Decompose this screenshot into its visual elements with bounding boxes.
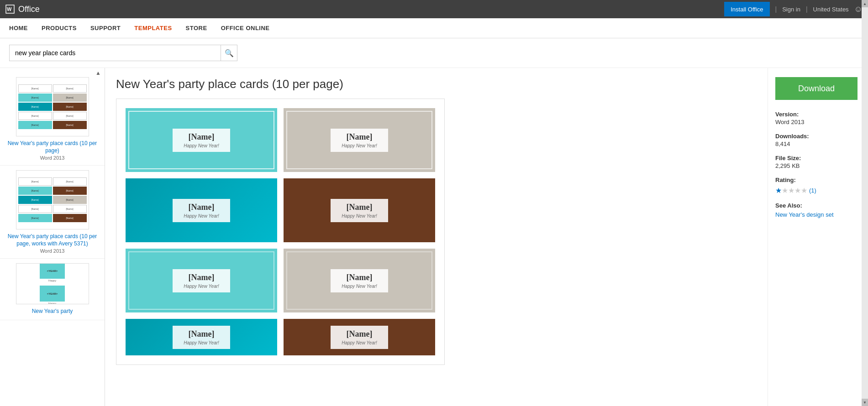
place-card-inner-8: [Name] Happy New Year! — [331, 326, 388, 349]
rating-count[interactable]: (1) — [809, 187, 816, 194]
place-card-7: [Name] Happy New Year! — [126, 319, 277, 355]
top-bar-right: Install Office | Sign in | United States… — [724, 2, 863, 16]
sidebar-thumb-2: [Name] [Name] [Name] [Name] [Name] [Name… — [16, 170, 89, 229]
see-also-link[interactable]: New Year's design set — [775, 211, 834, 218]
sidebar-item-1-title: New Year's party place cards (10 per pag… — [6, 140, 98, 154]
search-icon: 🔍 — [225, 49, 234, 57]
version-label: Version: — [775, 111, 861, 118]
place-card-6: [Name] Happy New Year! — [284, 249, 435, 312]
mini-card: [Name] — [53, 112, 87, 120]
content-area: New Year's party place cards (10 per pag… — [105, 68, 768, 406]
mini-card: [Name] — [53, 205, 87, 213]
sidebar-item-2-title: New Year's party place cards (10 per pag… — [6, 233, 98, 247]
place-card-inner-3: [Name] Happy New Year! — [173, 199, 230, 222]
place-card-inner-7: [Name] Happy New Year! — [173, 326, 230, 349]
place-card-name-2: [Name] — [342, 132, 377, 142]
place-card-8: [Name] Happy New Year! — [284, 319, 435, 355]
mini-card: [Name] — [53, 121, 87, 129]
downloads-label: Downloads: — [775, 133, 861, 140]
nav-home[interactable]: HOME — [9, 19, 28, 37]
top-bar: W Office Install Office | Sign in | Unit… — [0, 0, 868, 18]
nav-office-online[interactable]: OFFICE ONLINE — [221, 19, 270, 37]
scroll-up-arrow[interactable]: ▲ — [862, 0, 868, 7]
see-also-title: See Also: — [775, 202, 861, 209]
mini-card: [Name] — [18, 103, 52, 111]
place-card-inner-6: [Name] Happy New Year! — [331, 269, 388, 292]
nav-products[interactable]: PRODUCTS — [42, 19, 77, 37]
nav-support[interactable]: SUPPORT — [90, 19, 121, 37]
place-card-3: [Name] Happy New Year! — [126, 178, 277, 242]
filesize-label: File Size: — [775, 155, 861, 161]
sign-in-link[interactable]: Sign in — [782, 6, 800, 13]
star-2: ★ — [782, 186, 788, 195]
rating-label: Rating: — [775, 177, 861, 183]
template-grid: [Name] Happy New Year! [Name] Happy New … — [126, 108, 435, 355]
place-card-inner-4: [Name] Happy New Year! — [331, 199, 388, 222]
mini-card: [Name] — [18, 177, 52, 186]
svg-text:W: W — [7, 6, 12, 12]
place-card-subtitle-1: Happy New Year! — [184, 143, 219, 148]
place-card-subtitle-7: Happy New Year! — [184, 340, 219, 345]
right-panel: Download Version: Word 2013 Downloads: 8… — [768, 68, 868, 406]
place-card-name-1: [Name] — [184, 132, 219, 142]
sidebar-thumb-3: <YEAR> Happy <YEAR> Happy — [16, 263, 89, 304]
topbar-region-divider: | — [806, 5, 808, 13]
mini-card: [Name] — [53, 187, 87, 195]
sidebar-item-3[interactable]: <YEAR> Happy <YEAR> Happy New Year's par… — [0, 259, 105, 320]
rating-stars[interactable]: ★ ★ ★ ★ ★ (1) — [775, 186, 861, 195]
top-bar-left: W Office — [5, 5, 40, 14]
sidebar: ▲ [Name] [Name] [Name] [Name] [Name] [Na… — [0, 68, 105, 406]
scroll-down-arrow[interactable]: ▼ — [862, 399, 868, 406]
page-title: New Year's party place cards (10 per pag… — [116, 77, 757, 91]
sidebar-item-1[interactable]: [Name] [Name] [Name] [Name] [Name] [Name… — [0, 73, 105, 166]
star-3: ★ — [788, 186, 794, 195]
place-card-name-7: [Name] — [184, 329, 219, 339]
search-bar: 🔍 — [0, 38, 868, 68]
place-card-name-4: [Name] — [342, 203, 377, 212]
nav-templates[interactable]: TEMPLATES — [134, 19, 172, 37]
download-button[interactable]: Download — [775, 77, 857, 100]
place-card-name-5: [Name] — [184, 273, 219, 282]
sidebar-thumb-1: [Name] [Name] [Name] [Name] [Name] [Name… — [16, 77, 89, 136]
mini-card: [Name] — [18, 205, 52, 213]
main-layout: ▲ [Name] [Name] [Name] [Name] [Name] [Na… — [0, 68, 868, 406]
sidebar-item-2[interactable]: [Name] [Name] [Name] [Name] [Name] [Name… — [0, 166, 105, 259]
mini-card: [Name] — [53, 84, 87, 93]
search-form: 🔍 — [9, 45, 237, 61]
place-card-1: [Name] Happy New Year! — [126, 108, 277, 172]
search-input[interactable] — [10, 45, 221, 61]
place-card-inner-2: [Name] Happy New Year! — [331, 129, 388, 152]
star-5: ★ — [801, 186, 807, 195]
mini-card: [Name] — [18, 84, 52, 93]
place-card-inner-5: [Name] Happy New Year! — [173, 269, 230, 292]
scrollbar[interactable]: ▲ ▼ — [862, 0, 868, 406]
place-card-5: [Name] Happy New Year! — [126, 249, 277, 312]
version-value: Word 2013 — [775, 119, 861, 125]
mini-card: [Name] — [53, 177, 87, 186]
place-card-inner-1: [Name] Happy New Year! — [173, 129, 230, 152]
sidebar-item-2-version: Word 2013 — [6, 248, 98, 254]
star-1: ★ — [775, 186, 782, 195]
place-card-subtitle-5: Happy New Year! — [184, 284, 219, 289]
mini-card: [Name] — [18, 187, 52, 195]
mini-card: [Name] — [53, 103, 87, 111]
place-card-subtitle-3: Happy New Year! — [184, 213, 219, 219]
scroll-track — [862, 7, 868, 399]
template-preview-wrapper: [Name] Happy New Year! [Name] Happy New … — [116, 99, 445, 365]
place-card-2: [Name] Happy New Year! — [284, 108, 435, 172]
place-card-name-8: [Name] — [342, 329, 377, 339]
place-card-subtitle-2: Happy New Year! — [342, 143, 377, 148]
place-card-subtitle-6: Happy New Year! — [342, 284, 377, 289]
topbar-divider: | — [775, 5, 777, 13]
search-button[interactable]: 🔍 — [221, 45, 237, 61]
mini-card: [Name] — [53, 196, 87, 204]
sidebar-scroll-up[interactable]: ▲ — [95, 70, 101, 76]
mini-card: [Name] — [18, 112, 52, 120]
place-card-4: [Name] Happy New Year! — [284, 178, 435, 242]
office-logo-icon: W — [5, 5, 15, 14]
mini-card: [Name] — [18, 196, 52, 204]
install-office-button[interactable]: Install Office — [724, 2, 769, 16]
sidebar-item-1-version: Word 2013 — [6, 155, 98, 161]
nav-store[interactable]: STORE — [186, 19, 207, 37]
region-selector[interactable]: United States — [813, 6, 849, 13]
